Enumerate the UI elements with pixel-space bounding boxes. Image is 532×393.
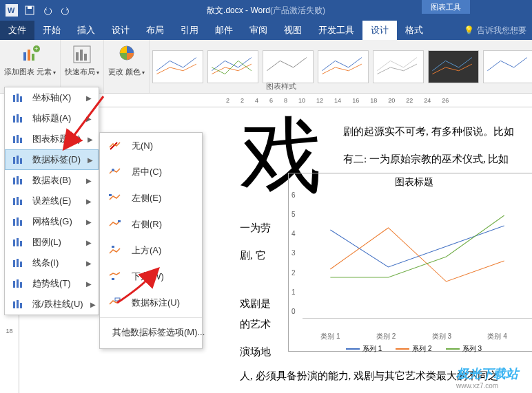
y-tick: 3 — [291, 249, 296, 257]
style-thumb-4[interactable] — [318, 50, 369, 83]
menu-item-legend[interactable]: 图例(L)▶ — [5, 232, 99, 253]
menu-item-error-bars[interactable]: 误差线(E)▶ — [5, 191, 99, 211]
legend-swatch — [396, 348, 409, 350]
svg-rect-31 — [17, 197, 19, 205]
svg-rect-12 — [84, 54, 87, 61]
chevron-right-icon: ▶ — [86, 177, 92, 184]
tab-chart-design[interactable]: 设计 — [362, 21, 397, 40]
axes-icon — [12, 92, 25, 104]
menu-item-updown-bars[interactable]: 涨/跌柱线(U)▶ — [5, 294, 99, 315]
chart-styles-gallery[interactable] — [150, 40, 532, 93]
add-chart-element-button[interactable]: + 添加图表 元素 — [0, 40, 61, 93]
tab-developer[interactable]: 开发工具 — [310, 21, 362, 40]
style-thumb-5[interactable] — [373, 50, 424, 83]
text-frag-5: 演场地 — [240, 341, 271, 362]
chevron-right-icon: ▶ — [86, 218, 92, 226]
svg-rect-30 — [13, 198, 15, 205]
chart-object[interactable]: 图表标题 6 5 4 3 2 1 0 — [288, 173, 532, 352]
menu-item-lines[interactable]: 线条(I)▶ — [5, 253, 99, 273]
legend-label: 系列 1 — [362, 344, 382, 354]
svg-rect-23 — [20, 138, 22, 143]
tab-references[interactable]: 引用 — [172, 21, 207, 40]
submenu-item-below[interactable]: 下方(W) — [100, 264, 202, 290]
svg-rect-5 — [28, 50, 30, 61]
legend-swatch — [346, 348, 360, 350]
tab-view[interactable]: 视图 — [276, 21, 310, 40]
svg-rect-15 — [13, 95, 15, 102]
tab-insert[interactable]: 插入 — [69, 21, 103, 40]
chart-legend[interactable]: 系列 1 系列 2 系列 3 — [289, 341, 532, 357]
svg-rect-4 — [23, 52, 26, 61]
tab-chart-format[interactable]: 格式 — [397, 21, 431, 40]
svg-text:+: + — [34, 45, 38, 52]
chevron-right-icon: ▶ — [86, 94, 92, 102]
svg-rect-27 — [13, 178, 15, 184]
style-thumb-7[interactable] — [483, 50, 532, 83]
style-thumb-1[interactable] — [152, 50, 203, 83]
menu-item-axis-title[interactable]: 轴标题(A)▶ — [5, 108, 99, 129]
chart-title[interactable]: 图表标题 — [289, 173, 532, 191]
titlebar: W 散文.docx - Word(产品激活失败) 图表工具 — [0, 0, 532, 21]
y-axis: 6 5 4 3 2 1 0 — [291, 191, 296, 315]
data-labels-icon — [12, 153, 25, 166]
quick-layout-icon — [70, 43, 94, 66]
x-axis: 类别 1 类别 2 类别 3 类别 4 — [289, 329, 532, 341]
submenu-label: 上方(A) — [132, 244, 194, 257]
center-icon — [108, 166, 122, 178]
svg-rect-35 — [20, 220, 22, 226]
menu-label: 线条(I) — [32, 257, 79, 269]
svg-rect-39 — [13, 260, 15, 267]
menu-item-chart-title[interactable]: 图表标题(C)▶ — [5, 129, 99, 149]
menu-item-trendline[interactable]: 趋势线(T)▶ — [5, 273, 99, 294]
menu-item-data-table[interactable]: 数据表(B)▶ — [5, 170, 99, 191]
tab-design[interactable]: 设计 — [103, 21, 138, 40]
redo-button[interactable] — [58, 3, 73, 18]
text-line-2: 有二: 一为原始宗教的巫术仪式, 比如 — [343, 149, 509, 169]
menu-item-axes[interactable]: 坐标轴(X)▶ — [5, 87, 99, 108]
svg-rect-52 — [112, 246, 114, 248]
quick-layout-label: 快速布局 — [65, 67, 99, 77]
submenu-item-right[interactable]: 右侧(R) — [100, 211, 202, 237]
menu-item-data-labels[interactable]: 数据标签(D)▶ — [5, 149, 99, 170]
submenu-item-callout[interactable]: 数据标注(U) — [100, 290, 202, 316]
y-tick: 6 — [291, 191, 296, 199]
submenu-label: 右侧(R) — [132, 218, 194, 231]
menu-label: 图表标题(C) — [32, 133, 81, 145]
style-thumb-2[interactable] — [207, 50, 258, 83]
tab-file[interactable]: 文件 — [0, 21, 34, 40]
text-frag-1: 一为劳 — [240, 217, 271, 238]
svg-rect-40 — [17, 259, 19, 267]
tab-layout[interactable]: 布局 — [138, 21, 172, 40]
tab-review[interactable]: 审阅 — [241, 21, 276, 40]
submenu-item-above[interactable]: 上方(A) — [100, 237, 202, 264]
submenu-item-left[interactable]: 左侧(E) — [100, 185, 202, 211]
tell-me-search[interactable]: 💡 告诉我您想要 — [464, 25, 526, 36]
change-colors-button[interactable]: 更改 颜色 — [104, 40, 150, 93]
lightbulb-icon: 💡 — [464, 25, 474, 35]
menu-item-gridlines[interactable]: 网格线(G)▶ — [5, 211, 99, 232]
text-frag-2: 剧, 它 — [240, 245, 266, 266]
submenu-label: 左侧(E) — [132, 192, 194, 204]
tab-home[interactable]: 开始 — [34, 21, 69, 40]
svg-rect-22 — [17, 135, 19, 143]
svg-rect-38 — [20, 241, 22, 246]
quick-layout-button[interactable]: 快速布局 — [61, 40, 104, 93]
chevron-right-icon: ▶ — [86, 280, 92, 288]
submenu-label: 居中(C) — [132, 166, 194, 178]
style-thumb-3[interactable] — [263, 50, 314, 83]
more-data-label-options[interactable]: 其他数据标签选项(M)... — [100, 319, 202, 346]
watermark-url: www.xz7.com — [456, 382, 518, 390]
ruler-tick: 22 — [406, 97, 413, 104]
change-colors-icon — [115, 43, 139, 66]
tab-mailings[interactable]: 邮件 — [207, 21, 241, 40]
submenu-item-center[interactable]: 居中(C) — [100, 159, 202, 185]
text-line-1: 剧的起源实不可考, 有多种假说。比如 — [343, 121, 514, 142]
save-button[interactable] — [22, 3, 37, 18]
menu-label: 数据标签(D) — [32, 153, 81, 166]
submenu-item-none[interactable]: 无(N) — [100, 133, 202, 159]
svg-rect-34 — [17, 217, 19, 226]
style-thumb-6[interactable] — [428, 50, 479, 83]
undo-button[interactable] — [40, 3, 55, 18]
plot-area[interactable] — [303, 195, 532, 319]
ruler-tick: 14 — [334, 97, 341, 104]
